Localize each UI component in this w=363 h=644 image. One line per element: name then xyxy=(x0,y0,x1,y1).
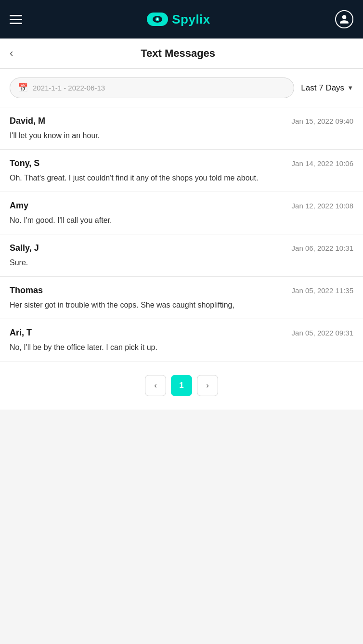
logo: Spylix xyxy=(147,12,210,27)
message-item[interactable]: Tony, S Jan 14, 2022 10:06 Oh. That's gr… xyxy=(0,150,363,192)
message-preview: No. I'm good. I'll call you after. xyxy=(10,215,353,226)
current-page-button[interactable]: 1 xyxy=(171,375,192,396)
message-preview: Sure. xyxy=(10,257,353,269)
logo-icon xyxy=(147,13,168,26)
chevron-down-icon: ▼ xyxy=(347,84,353,91)
message-time: Jan 06, 2022 10:31 xyxy=(292,244,353,252)
message-item[interactable]: Thomas Jan 05, 2022 11:35 Her sister got… xyxy=(0,277,363,319)
message-time: Jan 15, 2022 09:40 xyxy=(292,117,353,125)
message-time: Jan 12, 2022 10:08 xyxy=(292,202,353,210)
message-time: Jan 05, 2022 11:35 xyxy=(292,286,353,295)
date-range-input[interactable]: 📅 2021-1-1 - 2022-06-13 xyxy=(10,77,294,98)
date-range-text: 2021-1-1 - 2022-06-13 xyxy=(33,84,105,92)
message-preview: I'll let you know in an hour. xyxy=(10,130,353,142)
page-header: ‹ Text Messages xyxy=(0,39,363,69)
message-time: Jan 14, 2022 10:06 xyxy=(292,159,353,167)
logo-text: Spylix xyxy=(172,12,210,27)
days-filter-label: Last 7 Days xyxy=(301,83,344,93)
page-title: Text Messages xyxy=(18,47,338,60)
contact-name: Thomas xyxy=(10,285,43,296)
calendar-icon: 📅 xyxy=(18,83,28,93)
filter-row: 📅 2021-1-1 - 2022-06-13 Last 7 Days ▼ xyxy=(0,69,363,107)
message-preview: Oh. That's great. I just couldn't find i… xyxy=(10,172,353,184)
contact-name: Sally, J xyxy=(10,243,39,253)
prev-page-button[interactable]: ‹ xyxy=(145,375,166,396)
menu-button[interactable] xyxy=(10,15,22,24)
pagination: ‹ 1 › xyxy=(0,361,363,410)
message-item[interactable]: David, M Jan 15, 2022 09:40 I'll let you… xyxy=(0,107,363,150)
contact-name: Ari, T xyxy=(10,328,32,338)
contact-name: Tony, S xyxy=(10,158,39,168)
next-page-button[interactable]: › xyxy=(197,375,218,396)
app-header: Spylix xyxy=(0,0,363,39)
message-preview: No, I'll be by the office later. I can p… xyxy=(10,342,353,353)
back-button[interactable]: ‹ xyxy=(10,47,13,60)
message-item[interactable]: Amy Jan 12, 2022 10:08 No. I'm good. I'l… xyxy=(0,192,363,234)
contact-name: David, M xyxy=(10,116,45,126)
message-list: David, M Jan 15, 2022 09:40 I'll let you… xyxy=(0,107,363,361)
days-filter-dropdown[interactable]: Last 7 Days ▼ xyxy=(301,83,353,93)
svg-point-3 xyxy=(156,18,158,20)
user-avatar[interactable] xyxy=(335,10,353,28)
message-item[interactable]: Ari, T Jan 05, 2022 09:31 No, I'll be by… xyxy=(0,319,363,361)
message-preview: Her sister got in trouble with the cops.… xyxy=(10,299,353,311)
message-item[interactable]: Sally, J Jan 06, 2022 10:31 Sure. xyxy=(0,234,363,277)
message-time: Jan 05, 2022 09:31 xyxy=(292,329,353,337)
contact-name: Amy xyxy=(10,201,28,211)
